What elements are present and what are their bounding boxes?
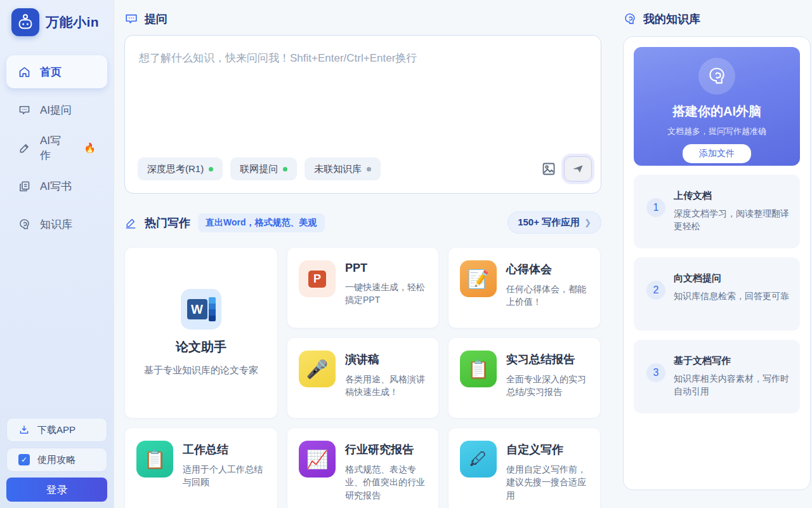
ai-brain-hero: 搭建你的AI外脑 文档越多，提问写作越准确 添加文件 [634, 47, 800, 166]
download-icon [18, 424, 30, 436]
more-writing-apps-label: 150+ 写作应用 [518, 217, 580, 229]
login-button[interactable]: 登录 [6, 478, 107, 502]
step-desc: 知识库信息检索，回答更可靠 [674, 290, 789, 302]
card-desc: 全面专业深入的实习总结/实习报告 [506, 373, 589, 399]
knowledge-panel: 我的知识库 搭建你的AI外脑 文档越多，提问写作越准确 添加文件 1 上传文档 … [623, 0, 811, 490]
card-title: PPT [345, 262, 427, 275]
deep-think-toggle[interactable]: 深度思考(R1) [138, 157, 223, 180]
kb-step-write: 3 基于文档写作 知识库相关内容素材，写作时自动引用 [634, 340, 800, 413]
chat-icon [18, 104, 31, 117]
sidebar-item-ai-writing[interactable]: AI写作 🔥 [6, 131, 107, 164]
sidebar-item-ai-ask[interactable]: AI提问 [6, 93, 107, 126]
pen-icon: 🖊 [460, 441, 497, 478]
web-search-toggle[interactable]: 联网提问 [230, 157, 297, 180]
sidebar-bottom: 下载APP ✓ 使用攻略 登录 [6, 418, 107, 502]
sidebar-nav: 首页 AI提问 AI写作 🔥 AI写书 知识库 [0, 55, 114, 241]
kb-step-ask: 2 向文档提问 知识库信息检索，回答更可靠 [634, 257, 800, 331]
hero-subtitle: 文档越多，提问写作越准确 [667, 126, 766, 137]
pencil-icon [18, 142, 31, 155]
send-icon [572, 163, 584, 175]
question-toolbar: 深度思考(R1) 联网提问 未联知识库 [138, 156, 592, 182]
toggle-off-dot [367, 167, 371, 171]
image-icon [541, 161, 556, 177]
send-button[interactable] [564, 156, 592, 182]
book-copy-icon [18, 180, 31, 193]
card-title: 行业研究报告 [345, 442, 427, 457]
user-guide-label: 使用攻略 [37, 454, 75, 466]
step-number: 2 [646, 281, 665, 300]
card-desc: 各类用途、风格演讲稿快速生成！ [345, 373, 427, 399]
brain-head-icon [623, 12, 637, 26]
ppt-icon: P [299, 260, 336, 297]
card-desc: 基于专业知识库的论文专家 [144, 364, 258, 377]
step-desc: 深度文档学习，阅读整理翻译更轻松 [674, 207, 790, 233]
card-title: 演讲稿 [345, 352, 427, 367]
sidebar-item-label: 知识库 [40, 217, 72, 232]
sidebar-item-knowledge-base[interactable]: 知识库 [6, 208, 107, 241]
step-title: 向文档提问 [674, 272, 789, 284]
card-title: 自定义写作 [506, 442, 589, 457]
card-desc: 使用自定义写作前，建议先搜一搜合适应用 [506, 463, 589, 502]
ask-section-title: 提问 [145, 11, 167, 27]
sidebar-item-ai-book[interactable]: AI写书 [6, 170, 107, 203]
card-desc: 任何心得体会，都能上价值！ [506, 283, 589, 309]
card-custom-writing[interactable]: 🖊 自定义写作 使用自定义写作前，建议先搜一搜合适应用 [448, 427, 601, 508]
card-internship-report[interactable]: 📋 实习总结报告 全面专业深入的实习总结/实习报告 [448, 337, 601, 418]
sidebar: 万能小in 首页 AI提问 AI写作 🔥 AI写书 知识库 下载APP [0, 0, 114, 508]
card-title: 论文助手 [176, 338, 226, 356]
word-quality-badge: 直出Word，格式规范、美观 [198, 213, 325, 232]
download-app-button[interactable]: 下载APP [6, 418, 107, 442]
writing-apps-grid: W 论文助手 基于专业知识库的论文专家 P PPT 一键快速生成，轻松搞定PPT… [124, 247, 601, 508]
microphone-icon: 🎤 [299, 351, 336, 387]
kb-link-toggle[interactable]: 未联知识库 [304, 157, 381, 180]
app-name: 万能小in [46, 13, 99, 31]
clipboard-pencil-icon: 📋 [136, 441, 173, 478]
card-title: 实习总结报告 [506, 352, 589, 367]
card-industry-research[interactable]: 📈 行业研究报告 格式规范、表达专业、价值突出的行业研究报告 [287, 427, 439, 508]
question-input[interactable] [125, 36, 601, 137]
card-desc: 一键快速生成，轻松搞定PPT [345, 281, 427, 307]
sidebar-item-label: AI写作 [40, 133, 70, 163]
kb-link-label: 未联知识库 [314, 163, 362, 175]
card-title: 工作总结 [183, 442, 266, 457]
web-search-label: 联网提问 [240, 163, 278, 175]
home-icon [18, 65, 31, 79]
toggle-on-dot [209, 167, 213, 171]
hot-writing-title: 热门写作 [145, 215, 190, 231]
notes-feather-icon: 📝 [460, 260, 497, 297]
step-number: 3 [646, 363, 665, 382]
chevron-right-icon: ❯ [584, 218, 591, 227]
card-work-summary[interactable]: 📋 工作总结 适用于个人工作总结与回顾 [124, 427, 278, 508]
user-guide-button[interactable]: ✓ 使用攻略 [6, 448, 107, 472]
ask-chat-icon [124, 12, 138, 26]
card-desc: 适用于个人工作总结与回顾 [183, 463, 266, 489]
more-writing-apps-button[interactable]: 150+ 写作应用 ❯ [508, 211, 601, 234]
main-content: 提问 深度思考(R1) 联网提问 未联知识库 [124, 0, 601, 508]
check-doc-icon: ✓ [18, 454, 30, 465]
report-chart-icon: 📈 [299, 441, 336, 478]
edit-icon [124, 217, 137, 229]
app-logo: 万能小in [0, 0, 114, 36]
robot-logo-icon [11, 8, 39, 36]
step-desc: 知识库相关内容素材，写作时自动引用 [674, 372, 790, 398]
card-reflections[interactable]: 📝 心得体会 任何心得体会，都能上价值！ [448, 247, 601, 328]
hero-title: 搭建你的AI外脑 [672, 103, 761, 120]
add-file-button[interactable]: 添加文件 [683, 144, 751, 163]
card-paper-assistant[interactable]: W 论文助手 基于专业知识库的论文专家 [124, 247, 278, 418]
sidebar-item-home[interactable]: 首页 [6, 55, 107, 88]
question-card: 深度思考(R1) 联网提问 未联知识库 [124, 35, 601, 194]
card-desc: 格式规范、表达专业、价值突出的行业研究报告 [345, 463, 427, 502]
card-ppt[interactable]: P PPT 一键快速生成，轻松搞定PPT [287, 247, 439, 328]
brain-head-icon [18, 218, 31, 231]
card-title: 心得体会 [506, 262, 589, 277]
toggle-on-dot [283, 167, 287, 171]
upload-image-button[interactable] [541, 161, 556, 177]
sidebar-item-label: AI写书 [40, 179, 72, 194]
deep-think-label: 深度思考(R1) [147, 163, 204, 175]
step-title: 基于文档写作 [674, 355, 790, 367]
download-app-label: 下载APP [37, 424, 75, 436]
knowledge-card: 搭建你的AI外脑 文档越多，提问写作越准确 添加文件 1 上传文档 深度文档学习… [623, 36, 811, 490]
card-speech[interactable]: 🎤 演讲稿 各类用途、风格演讲稿快速生成！ [287, 337, 439, 418]
fire-icon: 🔥 [84, 142, 96, 154]
knowledge-header: 我的知识库 [623, 11, 811, 27]
